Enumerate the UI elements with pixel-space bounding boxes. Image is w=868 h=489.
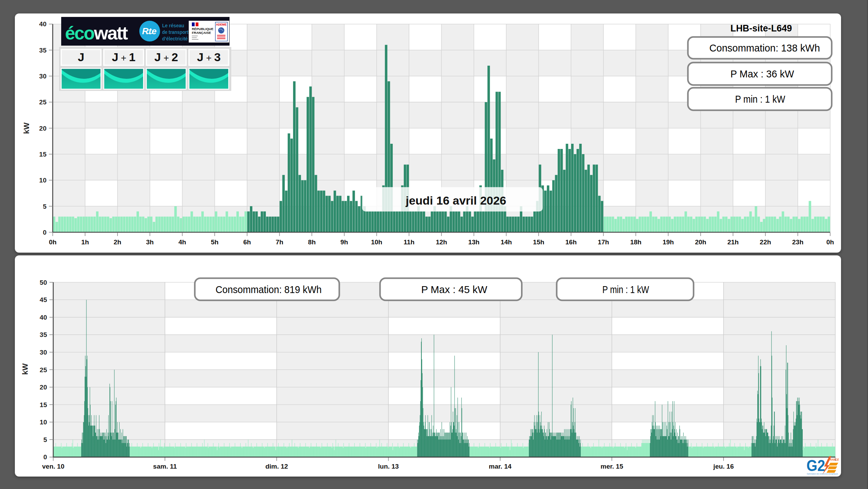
svg-text:0h: 0h [49,238,56,246]
svg-text:10: 10 [40,419,47,426]
svg-text:Rte: Rte [142,26,157,36]
svg-text:35: 35 [40,331,47,338]
svg-text:20: 20 [39,125,46,132]
svg-text:5: 5 [43,436,47,443]
svg-text:22h: 22h [760,238,771,246]
svg-text:3h: 3h [146,238,154,246]
svg-text:14h: 14h [501,238,512,246]
svg-text:19h: 19h [663,238,674,246]
svg-text:5h: 5h [211,238,218,246]
svg-text:10h: 10h [371,238,382,246]
svg-text:RÉPUBLIQUE: RÉPUBLIQUE [192,27,213,31]
svg-text:20: 20 [40,384,47,391]
svg-text:40: 40 [39,20,46,28]
svg-text:30: 30 [39,73,46,80]
svg-text:jeudi 16 avril 2026: jeudi 16 avril 2026 [405,194,506,207]
svg-text:23h: 23h [792,238,804,246]
svg-text:ven. 10: ven. 10 [42,463,64,470]
svg-text:ADEME: ADEME [216,23,227,26]
svg-text:de transport: de transport [162,29,188,35]
svg-text:7h: 7h [276,238,283,246]
svg-text:30: 30 [40,349,47,356]
svg-text:20h: 20h [695,238,706,246]
svg-text:lun. 13: lun. 13 [378,463,399,470]
svg-text:P Max : 45 kW: P Max : 45 kW [421,284,488,295]
svg-text:2h: 2h [114,238,121,246]
svg-text:kW: kW [22,122,31,134]
svg-text:FRANÇAISE: FRANÇAISE [192,31,211,35]
svg-text:kW: kW [21,363,29,375]
svg-text:jeu. 16: jeu. 16 [713,463,734,470]
svg-text:mar. 14: mar. 14 [489,463,512,470]
svg-text:Le réseau: Le réseau [162,22,184,28]
svg-text:45: 45 [40,296,47,303]
svg-text:35: 35 [39,47,47,54]
svg-text:11h: 11h [403,238,414,246]
svg-text:d’électricité: d’électricité [162,36,188,41]
svg-text:16h: 16h [566,238,577,246]
svg-text:5: 5 [43,203,47,210]
svg-text:12h: 12h [436,238,447,246]
svg-text:P min : 1 kW: P min : 1 kW [735,93,786,105]
svg-text:Consommation: 138 kWh: Consommation: 138 kWh [709,42,820,54]
svg-text:LHB-site-L649: LHB-site-L649 [730,23,792,34]
svg-text:P min : 1 kW: P min : 1 kW [603,284,650,295]
svg-text:6h: 6h [243,238,251,246]
svg-text:0: 0 [43,229,47,236]
svg-text:17h: 17h [598,238,609,246]
svg-text:Consommation: 819 kWh: Consommation: 819 kWh [216,284,322,295]
svg-text:4h: 4h [178,238,186,246]
svg-text:J: J [78,50,84,64]
svg-text:40: 40 [40,314,47,321]
svg-text:25: 25 [39,98,47,106]
svg-text:10: 10 [39,177,46,184]
svg-text:sam. 11: sam. 11 [153,463,177,470]
svg-text:9h: 9h [340,238,348,246]
svg-text:0: 0 [43,453,47,461]
svg-text:8h: 8h [308,238,316,246]
svg-text:50: 50 [40,279,47,286]
svg-text:25: 25 [40,366,47,374]
svg-text:15h: 15h [533,238,544,246]
svg-text:mer. 15: mer. 15 [600,463,623,470]
svg-text:15: 15 [40,401,47,408]
svg-text:FRANCE: FRANCE [828,458,839,461]
svg-text:dim. 12: dim. 12 [265,463,288,470]
svg-text:21h: 21h [727,238,739,246]
svg-text:Optimisation des ressources én: Optimisation des ressources énergétiques [807,473,838,475]
svg-text:15: 15 [39,151,47,158]
svg-text:1h: 1h [81,238,89,246]
svg-text:18h: 18h [630,238,642,246]
svg-text:écowatt: écowatt [65,23,128,43]
svg-text:0h: 0h [827,238,834,246]
svg-text:G2: G2 [806,456,825,474]
svg-text:13h: 13h [468,238,479,246]
svg-text:P Max : 36 kW: P Max : 36 kW [730,68,794,79]
